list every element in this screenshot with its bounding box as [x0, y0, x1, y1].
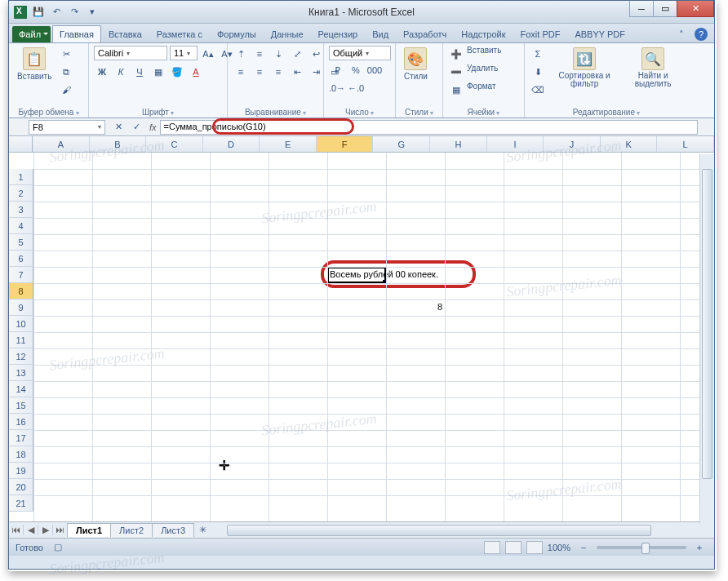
- worksheet-grid[interactable]: ABCDEFGHIJKL 123456789101112131415161718…: [9, 136, 714, 521]
- orientation-icon[interactable]: ⤢: [289, 46, 305, 62]
- clear-icon[interactable]: ⌫: [530, 82, 546, 98]
- row-header-12[interactable]: 12: [9, 348, 33, 365]
- enter-formula-icon[interactable]: ✓: [128, 119, 144, 135]
- font-color-icon[interactable]: A: [188, 64, 204, 80]
- close-button[interactable]: ✕: [677, 1, 714, 17]
- macro-record-icon[interactable]: ▢: [50, 539, 66, 556]
- column-header-H[interactable]: H: [430, 136, 487, 152]
- cells-format-button[interactable]: ▦Формат: [448, 82, 496, 98]
- row-header-13[interactable]: 13: [9, 365, 33, 381]
- indent-dec-icon[interactable]: ⇤: [289, 64, 305, 80]
- column-header-G[interactable]: G: [373, 136, 430, 152]
- row-header-14[interactable]: 14: [9, 381, 33, 397]
- sort-filter-button[interactable]: 🔃 Сортировка и фильтр: [549, 46, 619, 90]
- font-size-select[interactable]: 11: [170, 46, 198, 60]
- fx-icon[interactable]: fx: [149, 122, 157, 132]
- number-format-select[interactable]: Общий: [329, 46, 391, 60]
- column-header-J[interactable]: J: [544, 136, 601, 152]
- view-normal-icon[interactable]: [484, 541, 500, 554]
- fill-color-icon[interactable]: 🪣: [169, 64, 185, 80]
- tab-data[interactable]: Данные: [264, 25, 311, 42]
- row-header-16[interactable]: 16: [9, 414, 33, 430]
- row-header-2[interactable]: 2: [9, 185, 33, 202]
- inc-decimal-icon[interactable]: .0→: [329, 80, 345, 96]
- zoom-slider[interactable]: [597, 546, 686, 549]
- maximize-button[interactable]: ▭: [653, 1, 677, 17]
- sheet-nav-first-icon[interactable]: ⏮: [9, 525, 24, 535]
- help-icon[interactable]: ?: [695, 28, 708, 41]
- increase-font-icon[interactable]: A▴: [200, 46, 216, 62]
- align-bottom-icon[interactable]: ⇣: [270, 46, 286, 62]
- dec-decimal-icon[interactable]: ←.0: [348, 80, 364, 96]
- row-header-3[interactable]: 3: [9, 202, 33, 218]
- column-header-L[interactable]: L: [657, 136, 714, 152]
- font-name-select[interactable]: Calibri: [94, 46, 167, 60]
- column-header-E[interactable]: E: [260, 136, 317, 152]
- styles-button[interactable]: 🎨 Стили: [401, 46, 431, 82]
- column-header-C[interactable]: C: [146, 136, 203, 152]
- column-header-D[interactable]: D: [203, 136, 260, 152]
- ribbon-minimize-icon[interactable]: ˄: [673, 26, 690, 42]
- tab-foxit[interactable]: Foxit PDF: [513, 25, 568, 42]
- border-icon[interactable]: ▦: [150, 64, 166, 80]
- row-header-10[interactable]: 10: [9, 316, 33, 332]
- tab-developer[interactable]: Разработч: [396, 25, 454, 42]
- percent-icon[interactable]: %: [348, 62, 364, 78]
- qat-undo-icon[interactable]: ↶: [50, 6, 63, 19]
- fill-icon[interactable]: ⬇: [530, 64, 546, 80]
- view-pagebreak-icon[interactable]: [526, 541, 543, 554]
- column-header-I[interactable]: I: [487, 136, 544, 152]
- align-right-icon[interactable]: ≡: [270, 64, 286, 80]
- tab-formulas[interactable]: Формулы: [210, 25, 264, 42]
- row-header-20[interactable]: 20: [9, 479, 33, 495]
- comma-icon[interactable]: 000: [366, 62, 383, 78]
- qat-customize-icon[interactable]: ▾: [86, 6, 99, 19]
- tab-addins[interactable]: Надстройк: [454, 25, 513, 42]
- sheet-nav-next-icon[interactable]: ▶: [38, 525, 53, 535]
- tab-home[interactable]: Главная: [52, 25, 101, 42]
- cancel-formula-icon[interactable]: ✕: [110, 119, 127, 135]
- row-header-5[interactable]: 5: [9, 234, 33, 251]
- underline-icon[interactable]: Ч: [131, 64, 148, 80]
- name-box[interactable]: F8: [29, 120, 105, 135]
- tab-abbyy[interactable]: ABBYY PDF: [567, 25, 633, 42]
- tab-view[interactable]: Вид: [365, 25, 396, 42]
- sheet-tab-1[interactable]: Лист1: [67, 523, 111, 537]
- wrap-text-icon[interactable]: ↩: [308, 46, 324, 62]
- align-middle-icon[interactable]: ≡: [251, 46, 268, 62]
- indent-inc-icon[interactable]: ⇥: [308, 64, 324, 80]
- align-left-icon[interactable]: ≡: [233, 64, 249, 80]
- paste-button[interactable]: 📋 Вставить: [14, 46, 55, 82]
- format-painter-icon[interactable]: 🖌: [58, 82, 74, 98]
- qat-save-icon[interactable]: 💾: [32, 6, 45, 19]
- row-header-19[interactable]: 19: [9, 463, 33, 479]
- row-header-8[interactable]: 8: [9, 283, 33, 299]
- tab-insert[interactable]: Вставка: [101, 25, 149, 42]
- zoom-out-icon[interactable]: −: [575, 539, 592, 556]
- vertical-scrollbar[interactable]: [699, 154, 714, 523]
- view-layout-icon[interactable]: [505, 541, 522, 554]
- row-header-11[interactable]: 11: [9, 332, 33, 348]
- new-sheet-icon[interactable]: ✳: [194, 522, 211, 539]
- tab-review[interactable]: Рецензир: [311, 25, 366, 42]
- italic-icon[interactable]: К: [113, 64, 129, 80]
- row-header-6[interactable]: 6: [9, 251, 33, 267]
- row-header-9[interactable]: 9: [9, 299, 33, 316]
- row-header-18[interactable]: 18: [9, 446, 33, 463]
- sheet-tab-2[interactable]: Лист2: [110, 523, 153, 537]
- column-header-K[interactable]: K: [601, 136, 658, 152]
- bold-icon[interactable]: Ж: [94, 64, 110, 80]
- horizontal-scrollbar[interactable]: [227, 524, 714, 537]
- select-all-corner[interactable]: [9, 136, 33, 152]
- align-top-icon[interactable]: ⇡: [233, 46, 249, 62]
- sheet-nav-prev-icon[interactable]: ◀: [24, 525, 38, 535]
- row-header-4[interactable]: 4: [9, 218, 33, 234]
- sheet-nav-last-icon[interactable]: ⏭: [53, 525, 68, 535]
- find-select-button[interactable]: 🔍 Найти и выделить: [623, 46, 683, 90]
- row-header-7[interactable]: 7: [9, 267, 33, 283]
- cells-delete-button[interactable]: ➖Удалить: [448, 64, 498, 80]
- autosum-icon[interactable]: Σ: [530, 46, 546, 62]
- column-header-F[interactable]: F: [317, 136, 374, 152]
- align-center-icon[interactable]: ≡: [251, 64, 268, 80]
- zoom-in-icon[interactable]: +: [691, 539, 708, 556]
